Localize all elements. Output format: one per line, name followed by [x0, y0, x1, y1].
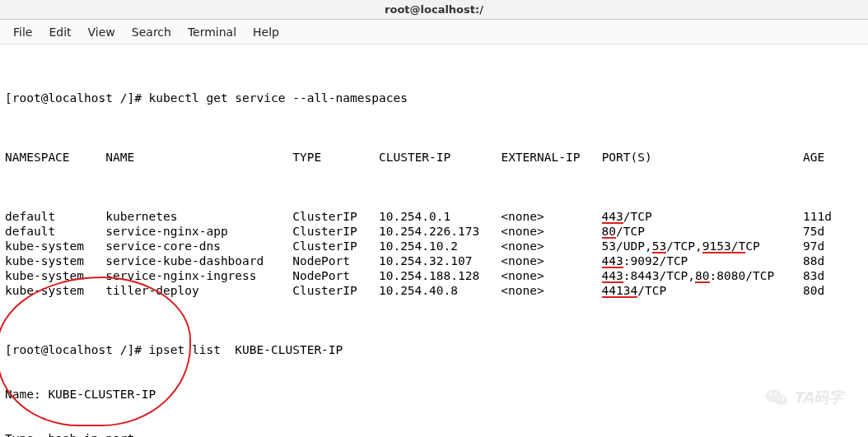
svc-row: default service-nginx-app ClusterIP 10.2…: [5, 224, 863, 239]
svc-row: kube-system service-kube-dashboard NodeP…: [5, 253, 863, 268]
menu-file[interactable]: File: [5, 22, 40, 42]
hdr-cip: CLUSTER-IP: [379, 151, 501, 164]
menubar: File Edit View Search Terminal Help: [0, 20, 868, 44]
ipset-type: Type: hash:ip,port: [5, 431, 863, 437]
svc-row: kube-system service-core-dns ClusterIP 1…: [5, 239, 863, 253]
command-text: kubectl get service --all-namespaces: [149, 91, 408, 105]
annotation-underline: 44134: [602, 285, 638, 298]
svc-row: default kubernetes ClusterIP 10.254.0.1 …: [5, 209, 863, 224]
svc-row: kube-system tiller-deploy ClusterIP 10.2…: [5, 283, 863, 298]
menu-view[interactable]: View: [80, 22, 124, 42]
annotation-underline: 443: [602, 211, 623, 224]
annotation-underline: 443: [602, 270, 623, 283]
hdr-eip: EXTERNAL-IP: [501, 151, 601, 164]
menu-terminal[interactable]: Terminal: [180, 22, 245, 42]
annotation-underline: 9153/T: [702, 240, 745, 253]
window-titlebar: root@localhost:/: [0, 0, 868, 20]
window-title: root@localhost:/: [385, 3, 483, 16]
annotation-underline: 80: [695, 270, 709, 283]
hdr-name: NAME: [105, 151, 292, 164]
annotation-underline: 443: [602, 255, 623, 268]
annotation-underline: 80: [602, 225, 616, 239]
annotation-underline: 53: [652, 240, 666, 253]
svc-header: NAMESPACE NAME TYPE CLUSTER-IP EXTERNAL-…: [5, 150, 863, 165]
svc-row: kube-system service-nginx-ingress NodePo…: [5, 268, 863, 283]
menu-help[interactable]: Help: [245, 22, 287, 42]
menu-edit[interactable]: Edit: [40, 22, 79, 42]
prompt-line: [root@localhost /]# ipset list KUBE-CLUS…: [5, 342, 863, 357]
shell-prompt: [root@localhost /]#: [5, 91, 149, 105]
command-text: ipset list KUBE-CLUSTER-IP: [149, 343, 343, 356]
hdr-ports: PORT(S): [602, 151, 803, 164]
shell-prompt: [root@localhost /]#: [5, 343, 149, 356]
terminal-area[interactable]: [root@localhost /]# kubectl get service …: [0, 44, 868, 437]
menu-search[interactable]: Search: [124, 22, 180, 42]
hdr-age: AGE: [803, 151, 824, 164]
prompt-line: [root@localhost /]# kubectl get service …: [5, 91, 863, 105]
hdr-ns: NAMESPACE: [5, 151, 105, 164]
hdr-type: TYPE: [292, 151, 379, 164]
ipset-name: Name: KUBE-CLUSTER-IP: [5, 387, 863, 402]
